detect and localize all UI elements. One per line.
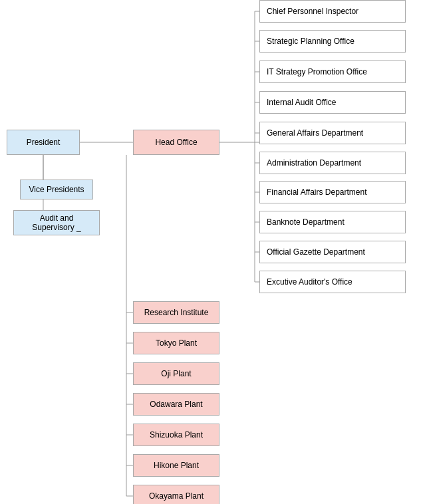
financial-label: Financial Affairs Department <box>267 188 367 197</box>
shizuoka-node: Shizuoka Plant <box>133 424 219 446</box>
internal-label: Internal Audit Office <box>267 98 337 107</box>
general-node: General Affairs Department <box>259 122 406 144</box>
strategic-label: Strategic Planning Office <box>267 37 354 46</box>
shizuoka-label: Shizuoka Plant <box>150 430 203 440</box>
audit-node: Audit and Supervisory _ <box>13 210 100 235</box>
it-node: IT Strategy Promotion Office <box>259 61 406 83</box>
admin-node: Administration Department <box>259 152 406 174</box>
president-label: President <box>27 138 61 147</box>
odawara-node: Odawara Plant <box>133 393 219 416</box>
research-node: Research Institute <box>133 301 219 324</box>
hikone-label: Hikone Plant <box>154 461 199 470</box>
oji-label: Oji Plant <box>161 369 191 378</box>
banknote-node: Banknote Department <box>259 211 406 233</box>
tokyo-label: Tokyo Plant <box>156 338 197 348</box>
financial-node: Financial Affairs Department <box>259 181 406 203</box>
head-office-node: Head Office <box>133 130 219 155</box>
vp-label: Vice Presidents <box>29 185 84 194</box>
okayama-label: Okayama Plant <box>149 491 204 501</box>
gazette-label: Official Gazette Department <box>267 247 365 257</box>
it-label: IT Strategy Promotion Office <box>267 67 367 76</box>
oji-node: Oji Plant <box>133 362 219 385</box>
general-label: General Affairs Department <box>267 128 363 138</box>
tokyo-node: Tokyo Plant <box>133 332 219 354</box>
excutive-label: Excutive Auditor's Office <box>267 277 352 287</box>
hikone-node: Hikone Plant <box>133 454 219 477</box>
chief-label: Chief Personnel Inspector <box>267 7 358 16</box>
okayama-node: Okayama Plant <box>133 485 219 504</box>
excutive-node: Excutive Auditor's Office <box>259 271 406 293</box>
gazette-node: Official Gazette Department <box>259 241 406 263</box>
president-node: President <box>7 130 80 155</box>
research-label: Research Institute <box>144 308 209 317</box>
strategic-node: Strategic Planning Office <box>259 30 406 53</box>
audit-label: Audit and Supervisory _ <box>18 213 95 232</box>
chief-node: Chief Personnel Inspector <box>259 0 406 23</box>
org-chart: President Vice Presidents Audit and Supe… <box>0 0 421 504</box>
internal-node: Internal Audit Office <box>259 91 406 114</box>
admin-label: Administration Department <box>267 158 361 168</box>
banknote-label: Banknote Department <box>267 217 345 227</box>
odawara-label: Odawara Plant <box>150 400 202 409</box>
vp-node: Vice Presidents <box>20 180 93 199</box>
head-office-label: Head Office <box>155 138 197 147</box>
